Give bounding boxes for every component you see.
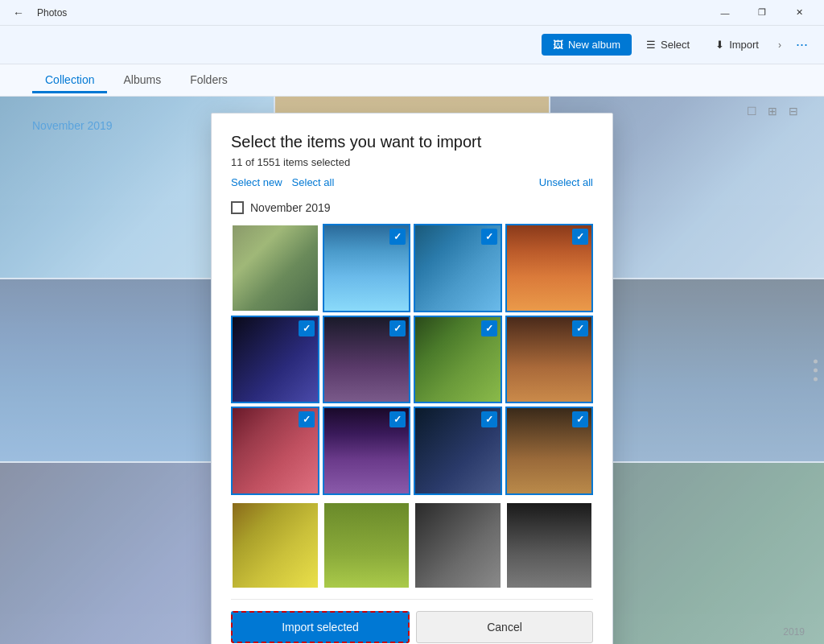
photo-thumb-4[interactable]: ✓ [505,224,594,312]
toolbar-more-icon[interactable]: ··· [789,33,814,56]
tab-albums[interactable]: Albums [110,67,174,93]
title-bar: ← Photos — ❐ ✕ [0,0,824,26]
select-icon: ☰ [646,39,656,51]
photo-thumb-2[interactable]: ✓ [323,224,411,312]
photo-thumb-9[interactable]: ✓ [231,407,319,495]
photo-thumb-7[interactable]: ✓ [414,316,502,404]
check-badge-3: ✓ [481,229,497,245]
photo-thumb-13[interactable] [231,502,319,590]
photo-thumb-11[interactable]: ✓ [414,407,502,495]
photo-image-16 [507,503,592,588]
check-badge-6: ✓ [389,320,406,336]
minimize-button[interactable]: — [707,0,744,26]
photo-thumb-6[interactable]: ✓ [323,316,411,404]
photo-thumb-15[interactable] [414,502,502,590]
photo-grid: ✓ ✓ ✓ ✓ [231,224,593,495]
photo-image-14 [324,503,410,588]
check-badge-2: ✓ [389,229,406,245]
photo-thumb-10[interactable]: ✓ [323,407,411,495]
check-badge-9: ✓ [299,411,315,427]
check-badge-12: ✓ [572,411,588,427]
modal-actions-row: Select new Select all Unselect all [231,176,593,188]
photo-image-13 [233,503,318,588]
new-album-icon: 🖼 [553,39,563,51]
photo-image-15 [415,503,501,588]
photo-image-1 [233,225,318,311]
nav-tabs: Collection Albums Folders [0,64,824,97]
check-badge-8: ✓ [572,320,588,336]
toolbar: 🖼 New album ☰ Select ⬇ Import › ··· [0,26,824,64]
import-selected-button[interactable]: Import selected [231,611,410,643]
select-new-link[interactable]: Select new [231,176,282,188]
tab-collection[interactable]: Collection [32,67,107,93]
photo-thumb-14[interactable] [323,502,411,590]
photo-thumb-5[interactable]: ✓ [231,316,319,404]
group-header: November 2019 [231,198,593,214]
group-checkbox[interactable] [231,201,244,214]
modal-body: Select the items you want to import 11 o… [212,114,612,601]
photo-thumb-12[interactable]: ✓ [505,407,594,495]
modal-actions-left: Select new Select all [231,176,334,188]
new-album-button[interactable]: 🖼 New album [542,34,632,56]
close-button[interactable]: ✕ [781,0,818,26]
check-badge-4: ✓ [572,229,588,245]
title-bar-left: ← Photos [6,3,67,23]
group-label: November 2019 [250,201,331,214]
partial-photo-row [231,502,593,590]
unselect-all-link[interactable]: Unselect all [539,176,593,188]
title-bar-controls: — ❐ ✕ [707,0,818,26]
restore-button[interactable]: ❐ [744,0,781,26]
photo-thumb-8[interactable]: ✓ [505,316,594,404]
check-badge-10: ✓ [389,411,406,427]
modal-footer: Import selected Cancel [212,601,612,644]
check-badge-7: ✓ [481,320,497,336]
toolbar-chevron-icon[interactable]: › [773,36,786,54]
select-all-link[interactable]: Select all [292,176,335,188]
photo-thumb-1[interactable] [231,224,319,312]
cancel-button[interactable]: Cancel [416,611,593,643]
import-button[interactable]: ⬇ Import [704,34,770,56]
import-icon: ⬇ [715,39,724,51]
check-badge-11: ✓ [481,411,497,427]
check-badge-5: ✓ [299,320,315,336]
photo-thumb-16[interactable] [505,502,594,590]
import-dialog: Select the items you want to import 11 o… [211,113,613,644]
tab-folders[interactable]: Folders [177,67,241,93]
modal-count: 11 of 1551 items selected [231,156,593,168]
modal-title: Select the items you want to import [231,133,593,151]
main-content: November 2019 ☐ ⊞ ⊟ 2019 Select the item… [0,97,824,644]
modal-overlay: Select the items you want to import 11 o… [0,97,824,644]
photo-thumb-3[interactable]: ✓ [414,224,502,312]
back-button[interactable]: ← [6,3,31,23]
app-title: Photos [37,7,67,19]
select-button[interactable]: ☰ Select [635,34,701,56]
